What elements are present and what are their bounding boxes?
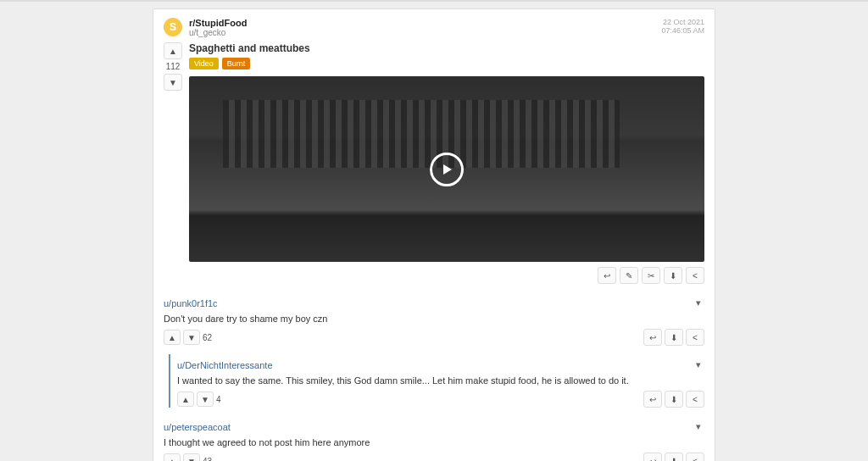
crosspost-button[interactable]: ✂ — [642, 267, 660, 284]
comment-score: 43 — [203, 457, 212, 462]
download-button[interactable]: ⬇ — [664, 267, 682, 284]
post-title: Spaghetti and meattubes — [189, 42, 704, 54]
comment-share-button[interactable]: < — [686, 329, 704, 346]
comment-share-button[interactable]: < — [686, 453, 704, 461]
comment-downvote-button[interactable]: ▼ — [197, 392, 214, 407]
comment-text: I wanted to say the same. This smiley, t… — [177, 375, 704, 386]
comment-upvote-button[interactable]: ▲ — [177, 392, 194, 407]
collapse-icon[interactable]: ▾ — [693, 297, 704, 308]
play-icon[interactable] — [430, 153, 464, 186]
comment-author[interactable]: u/punk0r1f1c — [164, 298, 218, 308]
comment-text: Don't you dare try to shame my boy czn — [164, 314, 704, 324]
subreddit-avatar[interactable]: S — [164, 18, 182, 36]
reply-button[interactable]: ↩ — [598, 267, 616, 284]
comment: u/punk0r1f1c ▾ Don't you dare try to sha… — [164, 292, 704, 346]
post-score: 112 — [166, 62, 181, 71]
comment-text: I thought we agreed to not post him here… — [164, 437, 704, 447]
comment-downvote-button[interactable]: ▼ — [183, 330, 200, 345]
comment-reply-button[interactable]: ↩ — [643, 329, 662, 346]
post-date: 22 Oct 2021 — [661, 18, 704, 26]
comment: u/DerNichtInteressante ▾ I wanted to say… — [169, 354, 704, 408]
comment-reply-button[interactable]: ↩ — [643, 453, 662, 461]
comment-share-button[interactable]: < — [686, 391, 704, 408]
post-card: S r/StupidFood u/t_gecko 22 Oct 2021 07:… — [153, 8, 715, 461]
comment-downvote-button[interactable]: ▼ — [183, 453, 200, 461]
comment-score: 4 — [216, 395, 221, 404]
post-header: S r/StupidFood u/t_gecko 22 Oct 2021 07:… — [164, 18, 704, 37]
post-time: 07:46:05 AM — [661, 26, 704, 35]
comment: u/peterspeacoat ▾ I thought we agreed to… — [164, 416, 704, 461]
subreddit-name[interactable]: r/StupidFood — [189, 18, 654, 28]
post-author[interactable]: u/t_gecko — [189, 28, 654, 37]
collapse-icon[interactable]: ▾ — [693, 421, 704, 432]
comment-upvote-button[interactable]: ▲ — [164, 453, 181, 461]
tag-video[interactable]: Video — [189, 58, 219, 69]
collapse-icon[interactable]: ▾ — [693, 359, 704, 370]
comment-score: 62 — [203, 333, 212, 342]
comment-download-button[interactable]: ⬇ — [665, 329, 683, 346]
comment-reply-button[interactable]: ↩ — [643, 391, 662, 408]
svg-marker-0 — [443, 164, 452, 175]
post-actions: ↩ ✎ ✂ ⬇ < — [189, 267, 704, 284]
comment-download-button[interactable]: ⬇ — [665, 453, 683, 461]
upvote-button[interactable]: ▲ — [164, 42, 182, 59]
comment-download-button[interactable]: ⬇ — [665, 391, 683, 408]
comment-author[interactable]: u/DerNichtInteressante — [177, 360, 273, 370]
comment-upvote-button[interactable]: ▲ — [164, 330, 181, 345]
comment-author[interactable]: u/peterspeacoat — [164, 422, 231, 432]
downvote-button[interactable]: ▼ — [164, 74, 182, 91]
video-thumbnail[interactable] — [189, 76, 704, 262]
share-button[interactable]: < — [686, 267, 704, 284]
vote-column: ▲ 112 ▼ — [164, 42, 182, 284]
edit-button[interactable]: ✎ — [620, 267, 638, 284]
tag-burnt[interactable]: Burnt — [222, 58, 251, 69]
